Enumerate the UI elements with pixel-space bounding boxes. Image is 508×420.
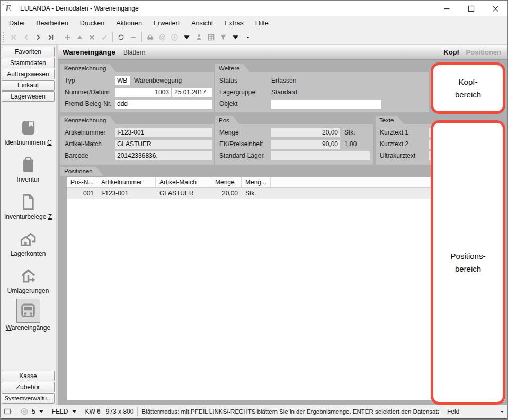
artikelnummer-field[interactable]: I-123-001: [115, 128, 212, 137]
sidebar-item-label: Identnummern C: [4, 139, 51, 146]
nummer-input[interactable]: [115, 88, 171, 97]
menu-item-aktionen[interactable]: Aktionen: [110, 18, 148, 29]
sidebar-item-inventurbelege-z[interactable]: Inventurbelege Z: [1, 185, 55, 220]
statusbar: 5 FELD KW 6 973 x 800 Blättermodus: mit …: [1, 405, 507, 418]
records-dropdown-icon[interactable]: [39, 409, 44, 414]
overflow-icon[interactable]: [242, 31, 254, 43]
target-icon[interactable]: [156, 31, 168, 43]
kurztext2-label: Kurztext 2: [380, 140, 429, 148]
sidebar-category-zubehör[interactable]: Zubehör: [2, 382, 55, 392]
table-cell: 001: [67, 188, 97, 199]
delete-icon[interactable]: [86, 31, 98, 43]
status-overflow-icon[interactable]: [500, 409, 504, 414]
sidebar-tools: Identnummern CInventurInventurbelege ZLa…: [1, 102, 55, 370]
sidebar-item-label: Wareneingänge: [6, 324, 50, 332]
column-header-artikelnummer[interactable]: Artikelnummer: [97, 177, 156, 187]
column-header-artikel-match[interactable]: Artikel-Match: [156, 177, 211, 187]
sidebar-categories: FavoritenStammdatenAuftragswesenEinkaufL…: [1, 46, 55, 102]
nav-prev-icon[interactable]: [20, 31, 32, 43]
mode-label: Blättern: [123, 49, 145, 56]
sidebar-item-umlagerungen[interactable]: Umlagerungen: [1, 260, 55, 294]
person-icon[interactable]: [193, 31, 205, 43]
column-header-menge[interactable]: Menge: [211, 177, 242, 187]
menge-field[interactable]: 20,00: [271, 128, 340, 137]
positions-group-title: Positionen: [60, 167, 103, 176]
table-cell: 20,00: [211, 188, 242, 199]
confirm-icon[interactable]: [98, 31, 110, 43]
nav-next-icon[interactable]: [32, 31, 44, 43]
window-bottom-edge: [1, 418, 507, 419]
document-icon: [19, 193, 38, 211]
menu-item-datei[interactable]: Datei: [3, 18, 30, 29]
typ-label: Typ: [65, 77, 115, 84]
nav-first-icon[interactable]: [8, 31, 20, 43]
standard-lager-field[interactable]: [271, 151, 370, 160]
houses-icon: [19, 230, 38, 248]
menu-item-erweitert[interactable]: Erweitert: [148, 18, 185, 29]
column-header-meng[interactable]: Meng...: [242, 177, 271, 187]
refresh-icon[interactable]: [115, 31, 127, 43]
sidebar-item-label: Inventur: [16, 176, 39, 183]
minimize-button[interactable]: [434, 1, 459, 16]
artikel-match-field[interactable]: GLASTUER: [115, 140, 212, 149]
tab-positionen[interactable]: Positionen: [466, 48, 501, 56]
sidebar-category-stammdaten[interactable]: Stammdaten: [2, 58, 55, 68]
maximize-button[interactable]: [459, 1, 483, 16]
dropdown-icon[interactable]: [181, 31, 193, 43]
group-weitere: Weitere Status Erfassen Lagergruppe Stan…: [215, 63, 429, 112]
barcode-label: Barcode: [65, 152, 115, 159]
info-icon[interactable]: [168, 31, 181, 43]
tab-kopf[interactable]: Kopf: [443, 48, 459, 56]
menu-item-bearbeiten[interactable]: Bearbeiten: [30, 18, 74, 29]
remove-icon[interactable]: [127, 31, 139, 43]
sidebar-category-favoriten[interactable]: Favoriten: [2, 47, 55, 57]
app-logo-icon: E: [5, 3, 14, 14]
clipboard-icon: [19, 156, 38, 174]
nummer-datum-label: Nummer/Datum: [65, 88, 115, 96]
menu-item-extras[interactable]: Extras: [219, 18, 249, 29]
sidebar-item-wareneingänge[interactable]: Wareneingänge: [1, 297, 55, 332]
sidebar-item-label: Inventurbelege Z: [4, 213, 52, 220]
toolbar-grip-handle[interactable]: [3, 32, 5, 42]
annotation-positions-bereich: Positions- bereich: [431, 120, 505, 405]
barcode-field[interactable]: 20142336836,: [115, 151, 212, 160]
window-resolution: 973 x 800: [106, 408, 134, 415]
menge-unit: Stk.: [344, 129, 355, 136]
fremd-beleg-input[interactable]: [115, 100, 212, 109]
add-icon[interactable]: [61, 31, 74, 43]
layout-icon[interactable]: [4, 407, 12, 416]
sidebar-category-systemverwaltu[interactable]: Systemverwaltu...: [2, 393, 55, 404]
objekt-label: Objekt: [219, 100, 271, 108]
sidebar-item-lagerkonten[interactable]: Lagerkonten: [1, 222, 55, 257]
ultrakurztext-label: Ultrakurztext: [380, 152, 429, 159]
sidebar-item-identnummern-c[interactable]: Identnummern C: [1, 111, 55, 146]
move-up-icon[interactable]: [74, 31, 86, 43]
close-button[interactable]: [483, 1, 507, 16]
sidebar-category-auftragswesen[interactable]: Auftragswesen: [2, 69, 55, 79]
sidebar-category-kasse[interactable]: Kasse: [2, 371, 55, 381]
annotation-kopf-bereich: Kopf- bereich: [431, 62, 505, 114]
binoculars-icon[interactable]: [144, 31, 156, 43]
menubar: DateiBearbeitenDruckenAktionenErweitertA…: [1, 16, 507, 30]
sidebar-category-lagerwesen[interactable]: Lagerwesen: [2, 91, 55, 102]
dropdown-icon[interactable]: [229, 31, 242, 43]
menu-item-ansicht[interactable]: Ansicht: [185, 18, 219, 29]
filter-icon[interactable]: [217, 31, 229, 43]
nav-last-icon[interactable]: [44, 31, 57, 43]
menu-item-hilfe[interactable]: Hilfe: [249, 18, 274, 29]
truck-icon: [16, 299, 40, 323]
objekt-input[interactable]: [271, 100, 381, 109]
typ-input[interactable]: [115, 76, 130, 85]
standard-lager-label: Standard-Lager.: [219, 152, 271, 159]
menu-item-drucken[interactable]: Drucken: [74, 18, 111, 29]
ek-field[interactable]: 90,00: [271, 140, 340, 149]
grid-icon[interactable]: [205, 31, 217, 43]
sidebar-category-einkauf[interactable]: Einkauf: [2, 80, 55, 91]
lagergruppe-label: Lagergruppe: [219, 88, 271, 96]
column-header-pos-n[interactable]: Pos-N...: [67, 177, 97, 187]
datum-input[interactable]: [172, 88, 212, 97]
mode-dropdown-icon[interactable]: [72, 409, 77, 414]
sidebar-item-inventur[interactable]: Inventur: [1, 148, 55, 183]
toolbar-separator: [141, 32, 142, 42]
titlebar: E EULANDA - Demodaten - Wareneingänge: [1, 1, 507, 16]
